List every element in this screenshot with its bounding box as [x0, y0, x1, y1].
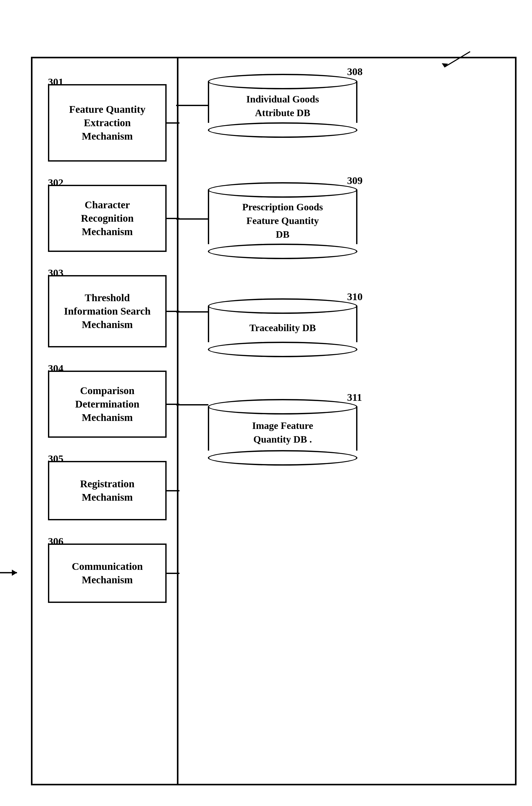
mechanism-304: ComparisonDeterminationMechanism: [48, 371, 167, 438]
db-308: Individual GoodsAttribute DB: [208, 74, 357, 138]
dbconn-308: [176, 105, 208, 106]
network-arrow: [0, 565, 22, 581]
connector-305: [167, 490, 179, 491]
mechanism-306: CommunicationMechanism: [48, 544, 167, 603]
db-310: Traceability DB: [208, 298, 357, 357]
mechanism-301: Feature QuantityExtractionMechanism: [48, 84, 167, 162]
label-302: 302: [48, 177, 63, 189]
label-304: 304: [48, 362, 63, 374]
label-301: 301: [48, 76, 63, 88]
dbconn-311: [176, 404, 208, 405]
mechanism-305: RegistrationMechanism: [48, 461, 167, 520]
svg-marker-3: [12, 570, 17, 576]
connector-306: [167, 573, 179, 574]
network-area: [0, 565, 22, 581]
dbconn-310: [176, 311, 208, 313]
dbconn-309: [176, 218, 208, 220]
mechanism-303: ThresholdInformation SearchMechanism: [48, 275, 167, 347]
label-306: 306: [48, 535, 63, 547]
label-303: 303: [48, 267, 63, 279]
bus-line: [177, 58, 178, 784]
label-305: 305: [48, 453, 63, 465]
mechanism-302: CharacterRecognitionMechanism: [48, 185, 167, 252]
db-311: Image FeatureQuantity DB .: [208, 399, 357, 465]
connector-301: [167, 122, 179, 124]
db-309: Prescription GoodsFeature QuantityDB: [208, 182, 357, 259]
main-diagram-box: Feature QuantityExtractionMechanism 301 …: [31, 57, 516, 785]
